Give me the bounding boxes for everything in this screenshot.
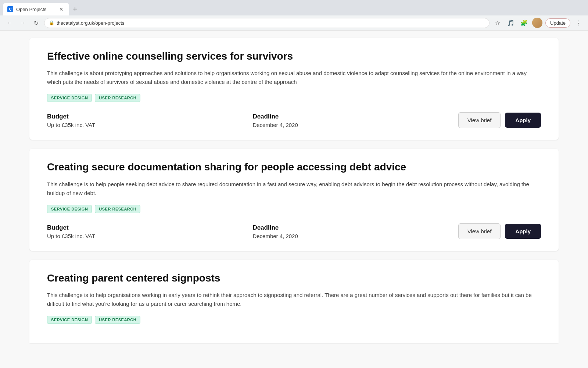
apply-button-1[interactable]: Apply (505, 113, 541, 128)
address-bar: ← → ↻ 🔒 thecatalyst.org.uk/open-projects… (0, 15, 588, 30)
tags-counselling: SERVICE DESIGN USER RESEARCH (47, 94, 541, 102)
view-brief-button-1[interactable]: View brief (458, 112, 501, 128)
budget-value-2: Up to £35k inc. VAT (47, 233, 238, 239)
tag-user-research-3: USER RESEARCH (95, 316, 140, 324)
deadline-label-2: Deadline (252, 224, 443, 231)
bookmark-icon[interactable]: ☆ (492, 18, 503, 28)
project-meta-debt-advice: Budget Up to £35k inc. VAT Deadline Dece… (47, 223, 541, 239)
deadline-label-1: Deadline (252, 113, 443, 120)
budget-label-2: Budget (47, 224, 238, 231)
project-description-debt-advice: This challenge is to help people seeking… (47, 180, 541, 198)
budget-value-1: Up to £35k inc. VAT (47, 122, 238, 128)
media-icon[interactable]: 🎵 (506, 18, 516, 28)
actions-debt-advice: View brief Apply (458, 223, 541, 239)
refresh-button[interactable]: ↻ (31, 18, 41, 28)
deadline-group-2: Deadline December 4, 2020 (252, 224, 443, 239)
project-description-signposts: This challenge is to help organisations … (47, 291, 541, 308)
extensions-icon[interactable]: 🧩 (519, 18, 529, 28)
view-brief-button-2[interactable]: View brief (458, 223, 501, 239)
tab-bar: C Open Projects ✕ + (0, 0, 588, 15)
url-bar[interactable]: 🔒 thecatalyst.org.uk/open-projects (44, 18, 490, 28)
back-button[interactable]: ← (4, 18, 15, 28)
tab-close-button[interactable]: ✕ (58, 6, 65, 13)
actions-counselling: View brief Apply (458, 112, 541, 128)
tags-signposts: SERVICE DESIGN USER RESEARCH (47, 316, 541, 324)
page-content: Effective online counselling services fo… (0, 31, 588, 368)
budget-group-1: Budget Up to £35k inc. VAT (47, 113, 238, 128)
new-tab-button[interactable]: + (70, 4, 80, 14)
active-tab[interactable]: C Open Projects ✕ (3, 3, 69, 15)
project-title-signposts: Creating parent centered signposts (47, 272, 541, 285)
project-title-debt-advice: Creating secure documentation sharing fo… (47, 160, 541, 174)
project-description-counselling: This challenge is about prototyping appr… (47, 69, 541, 86)
tag-user-research-1: USER RESEARCH (95, 94, 140, 102)
project-card-counselling: Effective online counselling services fo… (29, 38, 559, 140)
tab-favicon: C (7, 6, 13, 12)
project-card-debt-advice: Creating secure documentation sharing fo… (29, 149, 559, 251)
lock-icon: 🔒 (49, 20, 54, 25)
budget-label-1: Budget (47, 113, 238, 120)
tab-title: Open Projects (16, 7, 55, 12)
tag-user-research-2: USER RESEARCH (95, 205, 140, 213)
avatar[interactable] (532, 18, 542, 28)
menu-icon[interactable]: ⋮ (573, 18, 584, 28)
project-meta-counselling: Budget Up to £35k inc. VAT Deadline Dece… (47, 112, 541, 128)
deadline-value-2: December 4, 2020 (252, 233, 443, 239)
tags-debt-advice: SERVICE DESIGN USER RESEARCH (47, 205, 541, 213)
avatar-image (532, 18, 542, 28)
project-title-counselling: Effective online counselling services fo… (47, 50, 541, 63)
forward-button[interactable]: → (18, 18, 28, 28)
tag-service-design-3: SERVICE DESIGN (47, 316, 92, 324)
apply-button-2[interactable]: Apply (505, 224, 541, 239)
tag-service-design-2: SERVICE DESIGN (47, 205, 92, 213)
tag-service-design-1: SERVICE DESIGN (47, 94, 92, 102)
update-button[interactable]: Update (545, 18, 570, 28)
project-card-signposts: Creating parent centered signposts This … (29, 260, 559, 343)
browser-actions: ☆ 🎵 🧩 Update ⋮ (492, 18, 584, 28)
deadline-value-1: December 4, 2020 (252, 122, 443, 128)
budget-group-2: Budget Up to £35k inc. VAT (47, 224, 238, 239)
url-text: thecatalyst.org.uk/open-projects (57, 20, 485, 26)
deadline-group-1: Deadline December 4, 2020 (252, 113, 443, 128)
browser-chrome: C Open Projects ✕ + ← → ↻ 🔒 thecatalyst.… (0, 0, 588, 31)
